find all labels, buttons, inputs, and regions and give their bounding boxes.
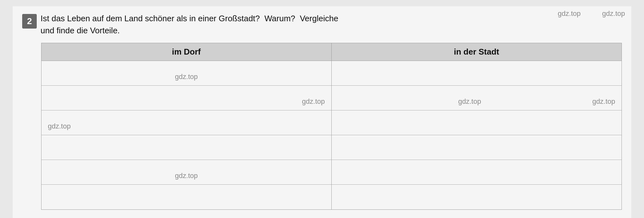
comparison-table: im Dorf in der Stadt gdz.top gdz.top gdz…: [41, 43, 622, 210]
stadt-row-2: gdz.top gdz.top: [332, 86, 622, 110]
dorf-row-3: gdz.top: [41, 110, 331, 135]
col-stadt: gdz.top gdz.top: [332, 61, 622, 209]
dorf-row-1: gdz.top: [41, 61, 331, 86]
question-number: 2: [22, 14, 37, 29]
stadt-row-5: [332, 160, 622, 185]
dorf-row-5: gdz.top: [41, 160, 331, 185]
watermark-stadt-2b: gdz.top: [592, 97, 615, 106]
watermark-header-1: gdz.top: [558, 10, 581, 18]
question-text: Ist das Leben auf dem Land schöner als i…: [41, 13, 622, 36]
watermark-dorf-5: gdz.top: [175, 172, 198, 180]
page-container: 2 Ist das Leben auf dem Land schöner als…: [13, 6, 631, 218]
dorf-row-2: gdz.top: [41, 86, 331, 110]
stadt-row-6: [332, 185, 622, 209]
table-header: im Dorf in der Stadt: [41, 43, 622, 61]
watermark-header-2: gdz.top: [602, 10, 625, 18]
header-col1: im Dorf: [41, 43, 332, 61]
stadt-row-3: [332, 110, 622, 135]
stadt-row-1: [332, 61, 622, 86]
watermark-dorf-2: gdz.top: [302, 97, 325, 106]
col-dorf: gdz.top gdz.top gdz.top gdz.top: [41, 61, 332, 209]
watermark-stadt-2a: gdz.top: [458, 97, 481, 106]
dorf-row-4: [41, 135, 331, 160]
question-text-line1: Ist das Leben auf dem Land schöner als i…: [41, 14, 338, 35]
stadt-row-4: [332, 135, 622, 160]
header-col2: in der Stadt: [332, 43, 622, 61]
table-body: gdz.top gdz.top gdz.top gdz.top: [41, 61, 622, 209]
watermark-dorf-1: gdz.top: [175, 73, 198, 81]
question-header: 2 Ist das Leben auf dem Land schöner als…: [22, 13, 622, 36]
dorf-row-6: [41, 185, 331, 209]
watermark-dorf-3: gdz.top: [48, 122, 71, 130]
